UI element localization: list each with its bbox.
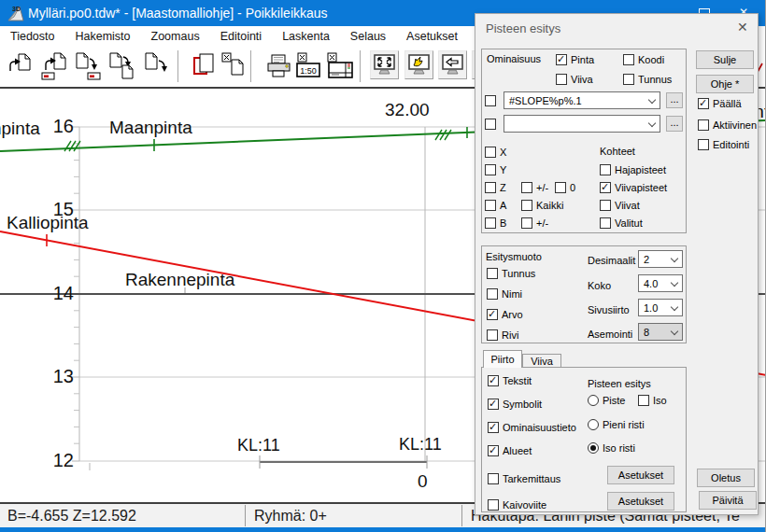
- checkbox-rivi[interactable]: Rivi: [487, 329, 518, 341]
- checkbox-box: [487, 309, 498, 320]
- chevron-down-icon: [671, 328, 678, 335]
- pisteen-esitys-label: Pisteen esitys: [588, 378, 651, 389]
- ominaisuus-legend: Ominaisuus: [487, 53, 541, 64]
- menu-selaus[interactable]: Selaus: [340, 26, 396, 47]
- tab-viiva[interactable]: Viiva: [522, 354, 561, 368]
- checkbox-a[interactable]: A: [485, 199, 506, 211]
- koko-label: Koko: [588, 280, 611, 291]
- asetukset1-button[interactable]: Asetukset: [607, 466, 674, 484]
- checkbox-aktiivinen[interactable]: Aktiivinen: [698, 119, 757, 131]
- checkbox-box: [485, 164, 496, 175]
- checkbox-viivapisteet[interactable]: Viivapisteet: [600, 181, 667, 193]
- zoom-previous-button[interactable]: [404, 50, 433, 79]
- checkbox-attr2[interactable]: [485, 118, 496, 130]
- checkbox-alueet[interactable]: Alueet: [488, 444, 532, 456]
- kl-label-right: KL:11: [399, 435, 442, 455]
- checkbox-ominaisuustieto[interactable]: Ominaisuustieto: [488, 421, 576, 433]
- dialog-close-icon[interactable]: ✕: [737, 20, 748, 35]
- checkbox-hajapisteet[interactable]: Hajapisteet: [600, 163, 666, 175]
- zoom-extents-button[interactable]: [370, 50, 399, 79]
- desimaalit-combo[interactable]: 2: [638, 250, 683, 268]
- dialog-title: Pisteen esitys: [486, 21, 560, 35]
- oletus-button[interactable]: Oletus: [697, 469, 755, 487]
- radio-piste[interactable]: Piste: [588, 394, 625, 406]
- checkbox-attr1[interactable]: [485, 94, 496, 106]
- attr1-combo[interactable]: #SLOPE%p%.1: [504, 91, 660, 109]
- menu-asetukset[interactable]: Asetukset: [396, 26, 468, 47]
- menu-laskenta[interactable]: Laskenta: [272, 26, 340, 47]
- checkbox-box: [600, 217, 611, 229]
- checkbox-em-tunnus[interactable]: Tunnus: [487, 267, 535, 279]
- checkbox-pinta[interactable]: Pinta: [556, 53, 594, 65]
- export-file-icon[interactable]: [143, 51, 169, 79]
- checkbox-zero[interactable]: 0: [555, 181, 575, 193]
- checkbox-plusminus-b[interactable]: +/-: [521, 217, 548, 229]
- checkbox-box: [600, 200, 611, 211]
- sivusiirto-combo[interactable]: 1.0: [638, 299, 683, 316]
- status-coordinates: B=-4.655 Z=12.592: [7, 508, 136, 525]
- y-label-12: 12: [42, 450, 74, 471]
- checkbox-editointi[interactable]: Editointi: [698, 138, 749, 150]
- checkbox-y[interactable]: Y: [485, 163, 506, 175]
- checkbox-nimi[interactable]: Nimi: [487, 287, 522, 300]
- print-icon[interactable]: [265, 51, 293, 81]
- checkbox-paalla[interactable]: Päällä: [698, 97, 742, 109]
- paivita-button[interactable]: Päivitä: [699, 491, 757, 510]
- checkbox-box: [485, 182, 496, 193]
- checkbox-box: [488, 399, 499, 410]
- checkbox-box: [485, 200, 496, 211]
- chevron-down-icon: [648, 96, 656, 104]
- checkbox-viivat[interactable]: Viivat: [600, 199, 640, 211]
- checkbox-viiva[interactable]: Viiva: [556, 73, 593, 85]
- chevron-down-icon: [648, 119, 656, 127]
- save-file-disk-icon[interactable]: [75, 51, 103, 81]
- pan-left-button[interactable]: [438, 50, 467, 79]
- page-select-icon[interactable]: [220, 51, 247, 79]
- sulje-button[interactable]: Sulje: [696, 50, 754, 69]
- checkbox-box: [698, 119, 709, 131]
- checkbox-kaivoviite[interactable]: Kaivoviite: [488, 498, 546, 511]
- koko-combo[interactable]: 4.0: [638, 274, 683, 292]
- ohje-button[interactable]: Ohje *: [696, 75, 754, 93]
- kohteet-label: Kohteet: [600, 146, 635, 157]
- checkbox-box: [555, 182, 566, 193]
- attr2-combo[interactable]: [504, 115, 660, 133]
- checkbox-symbolit[interactable]: Symbolit: [488, 398, 542, 410]
- checkbox-valitut[interactable]: Valitut: [600, 217, 643, 229]
- copy-file-icon[interactable]: [108, 51, 136, 81]
- y-label-14: 14: [42, 283, 74, 304]
- menu-tiedosto[interactable]: Tiedosto: [0, 26, 64, 47]
- checkbox-z[interactable]: Z: [485, 181, 506, 193]
- checkbox-kaikki[interactable]: Kaikki: [521, 199, 563, 211]
- checkbox-box: [521, 217, 532, 229]
- asemointi-combo[interactable]: 8: [638, 323, 683, 341]
- checkbox-tarkemittaus[interactable]: Tarkemittaus: [488, 472, 560, 484]
- page-setup-icon[interactable]: [326, 51, 354, 81]
- checkbox-koodi[interactable]: Koodi: [623, 53, 664, 65]
- checkbox-box: [521, 200, 532, 211]
- checkbox-arvo[interactable]: Arvo: [487, 308, 523, 320]
- pages-stack-icon[interactable]: [192, 51, 218, 79]
- menu-zoomaus[interactable]: Zoomaus: [141, 26, 210, 47]
- tab-piirto[interactable]: Piirto: [483, 350, 522, 368]
- import-file-disk-icon[interactable]: [40, 51, 68, 81]
- chevron-down-icon: [671, 279, 678, 287]
- import-file-icon[interactable]: [7, 51, 33, 79]
- menu-editointi[interactable]: Editointi: [210, 26, 272, 47]
- radio-pieni-risti[interactable]: Pieni risti: [588, 418, 645, 430]
- kalliopinta-label: Kalliopinta: [7, 213, 89, 233]
- menu-hakemisto[interactable]: Hakemisto: [64, 26, 140, 47]
- radio-iso-risti[interactable]: Iso risti: [588, 441, 635, 454]
- attr1-more-button[interactable]: ...: [666, 92, 683, 108]
- checkbox-tunnus[interactable]: Tunnus: [623, 73, 672, 85]
- checkbox-x[interactable]: X: [485, 146, 506, 158]
- esitysmuoto-legend: Esitysmuoto: [486, 251, 542, 262]
- asetukset2-button[interactable]: Asetukset: [607, 492, 674, 511]
- checkbox-b[interactable]: B: [485, 217, 506, 229]
- scale-1-50-icon[interactable]: 1:50: [295, 51, 321, 81]
- checkbox-box: [521, 182, 532, 193]
- attr2-more-button[interactable]: ...: [666, 116, 683, 132]
- checkbox-iso[interactable]: Iso: [638, 394, 667, 406]
- checkbox-plusminus-z[interactable]: +/-: [521, 181, 548, 193]
- checkbox-tekstit[interactable]: Tekstit: [488, 374, 532, 386]
